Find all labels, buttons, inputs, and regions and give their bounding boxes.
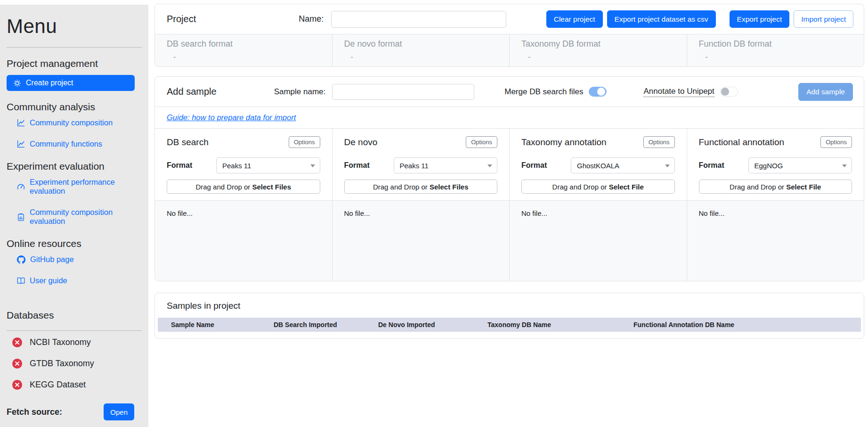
- guide-row: Guide: how to prepare data for import: [155, 107, 864, 129]
- selected-option: Peaks 11: [222, 162, 251, 170]
- functional-format-select[interactable]: EggNOG: [748, 157, 852, 173]
- functional-annotation-column: Functional annotation Options Format Egg…: [687, 129, 864, 281]
- database-item-gtdb-taxonomy: GTDB Taxonomy: [12, 359, 142, 369]
- db-search-format-cell: DB search format -: [155, 34, 333, 66]
- project-name-input[interactable]: [331, 11, 506, 28]
- dropzone-text: Drag and Drop or: [730, 183, 786, 191]
- sidebar-item-user-guide[interactable]: User guide: [17, 276, 142, 285]
- functional-dropzone[interactable]: Drag and Drop or Select File: [699, 180, 852, 194]
- create-project-button[interactable]: Create project: [7, 75, 135, 91]
- taxonomy-file-list: No file...: [510, 200, 687, 281]
- export-project-dataset-csv-button[interactable]: Export project dataset as csv: [607, 10, 716, 28]
- de-novo-format-select[interactable]: Peaks 11: [394, 157, 498, 173]
- de-novo-file-list: No file...: [333, 200, 510, 281]
- format-value: -: [528, 53, 687, 61]
- sidebar-item-community-functions[interactable]: Community functions: [17, 140, 142, 148]
- sample-name-input[interactable]: [332, 84, 474, 100]
- section-heading-online-resources: Online resources: [7, 238, 142, 249]
- column-title: Taxonomy annotation: [521, 137, 607, 148]
- db-search-dropzone[interactable]: Drag and Drop or Select Files: [167, 180, 320, 194]
- format-label: De novo format: [344, 39, 510, 49]
- graph-up-icon: [17, 140, 25, 148]
- merge-db-search-files-toggle[interactable]: [589, 87, 607, 97]
- column-title: Functional annotation: [699, 137, 785, 148]
- format-label: Format: [699, 161, 748, 170]
- annotate-to-unipept-label: Annotate to Unipept: [643, 87, 714, 97]
- toggle-knob: [597, 88, 605, 96]
- select-files-link[interactable]: Select Files: [252, 183, 292, 191]
- add-sample-button[interactable]: Add sample: [798, 83, 853, 101]
- database-item-ncbi-taxonomy: NCBI Taxonomy: [12, 337, 142, 347]
- sample-name-label: Sample name:: [274, 87, 326, 97]
- column-controls: Functional annotation Options Format Egg…: [687, 129, 864, 200]
- selected-option: EggNOG: [754, 162, 783, 170]
- sidebar-item-label: Community functions: [30, 140, 102, 148]
- fetch-source-label: Fetch source:: [7, 407, 62, 417]
- sidebar-item-github-page[interactable]: GitHub page: [17, 255, 142, 264]
- sidebar-item-experiment-performance-evaluation[interactable]: Experiment performance evaluation: [17, 178, 142, 196]
- speedometer-icon: [17, 183, 25, 191]
- project-buttons: Clear project Export project dataset as …: [546, 10, 853, 28]
- format-value: -: [351, 53, 510, 61]
- select-files-link[interactable]: Select Files: [430, 183, 469, 191]
- format-label: Format: [521, 161, 571, 170]
- add-sample-card: Add sample Sample name: Merge DB search …: [154, 76, 864, 281]
- format-label: Format: [344, 161, 394, 170]
- sidebar-item-label: Experiment performance evaluation: [30, 178, 142, 196]
- column-header-sample-name: Sample Name: [171, 321, 274, 328]
- de-novo-dropzone[interactable]: Drag and Drop or Select Files: [344, 180, 498, 194]
- format-label: Taxonomy DB format: [521, 39, 687, 49]
- taxonomy-db-format-cell: Taxonomy DB format -: [510, 34, 687, 66]
- db-search-options-button[interactable]: Options: [289, 136, 320, 148]
- import-project-button[interactable]: Import project: [794, 10, 853, 28]
- database-item-label: NCBI Taxonomy: [30, 337, 91, 347]
- data-import-guide-link[interactable]: Guide: how to prepare data for import: [167, 113, 296, 122]
- export-project-button[interactable]: Export project: [730, 10, 790, 28]
- column-header-de-novo-imported: De Novo Imported: [378, 321, 487, 328]
- sidebar-item-label: GitHub page: [30, 255, 74, 264]
- database-item-kegg-dataset: KEGG Dataset: [12, 380, 142, 390]
- project-name-label: Name:: [299, 14, 324, 24]
- column-header-taxonomy-db-name: Taxonomy DB Name: [487, 321, 633, 328]
- main-content: Project Name: Clear project Export proje…: [148, 0, 868, 427]
- gear-icon: [13, 79, 21, 87]
- taxonomy-dropzone[interactable]: Drag and Drop or Select File: [521, 180, 675, 194]
- de-novo-column: De novo Options Format Peaks 11 Drag and…: [333, 129, 510, 281]
- open-fetch-source-button[interactable]: Open: [104, 403, 134, 420]
- graph-up-icon: [17, 119, 25, 127]
- menu-title: Menu: [7, 15, 142, 38]
- db-search-file-list: No file...: [155, 200, 332, 281]
- select-file-link[interactable]: Select File: [786, 183, 821, 191]
- de-novo-options-button[interactable]: Options: [466, 136, 497, 148]
- merge-db-search-files-label: Merge DB search files: [504, 87, 583, 97]
- file-status: No file...: [699, 209, 725, 217]
- book-icon: [17, 277, 25, 285]
- format-value: -: [706, 53, 864, 61]
- toggle-knob: [721, 88, 729, 96]
- project-card: Project Name: Clear project Export proje…: [154, 4, 864, 67]
- format-label: DB search format: [167, 39, 332, 49]
- dropzone-text: Drag and Drop or: [373, 183, 430, 191]
- taxonomy-options-button[interactable]: Options: [643, 136, 675, 148]
- taxonomy-format-select[interactable]: GhostKOALA: [571, 157, 675, 173]
- database-item-label: GTDB Taxonomy: [30, 359, 94, 369]
- samples-in-project-card: Samples in project Sample Name DB Search…: [154, 293, 864, 339]
- functional-file-list: No file...: [687, 200, 864, 281]
- file-status: No file...: [167, 209, 193, 217]
- samples-table-header: Sample Name DB Search Imported De Novo I…: [158, 318, 861, 332]
- annotate-to-unipept-toggle[interactable]: [720, 87, 738, 97]
- sidebar-item-community-composition-evaluation[interactable]: Community composition evaluation: [17, 208, 142, 226]
- sidebar-item-community-composition[interactable]: Community composition: [17, 118, 142, 127]
- clear-project-button[interactable]: Clear project: [546, 10, 603, 28]
- project-card-title: Project: [167, 14, 196, 25]
- select-file-link[interactable]: Select File: [609, 183, 644, 191]
- db-search-format-select[interactable]: Peaks 11: [216, 157, 320, 173]
- sidebar-item-label: User guide: [30, 276, 67, 285]
- samples-in-project-title: Samples in project: [167, 301, 861, 311]
- sidebar-item-label: Community composition: [30, 118, 113, 127]
- fetch-source-row: Fetch source: Open: [7, 403, 134, 420]
- divider: [7, 47, 142, 48]
- column-header-functional-annotation-db-name: Functional Annotation DB Name: [633, 321, 861, 328]
- functional-options-button[interactable]: Options: [820, 136, 852, 148]
- sidebar: Menu Project management Create project C…: [0, 5, 148, 427]
